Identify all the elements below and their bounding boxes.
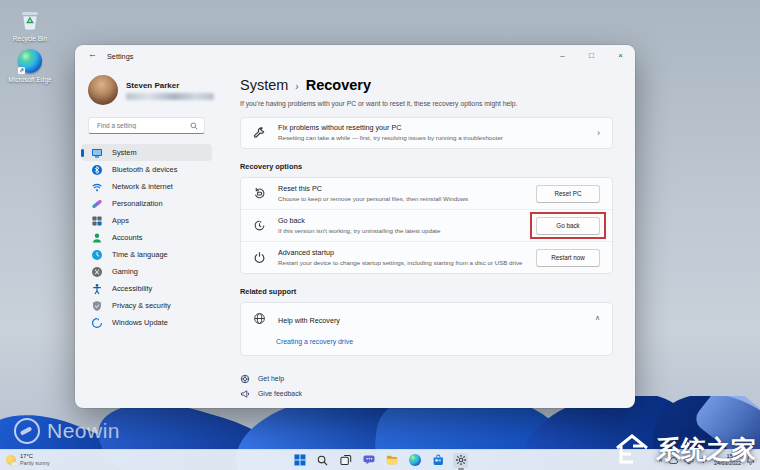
- weather-temp: 17°C: [20, 453, 50, 460]
- desktop-icon-label: Recycle Bin: [2, 35, 58, 43]
- sidebar-item-label: Personalization: [112, 199, 163, 208]
- edge-taskbar-icon[interactable]: [407, 453, 422, 468]
- sidebar: Steven Parker System Bluetooth & devices: [75, 67, 218, 408]
- sidebar-item-time-language[interactable]: Time & language: [81, 246, 212, 263]
- task-view-icon[interactable]: [338, 453, 353, 468]
- minimize-button[interactable]: –: [548, 45, 577, 66]
- sidebar-nav: System Bluetooth & devices Network & int…: [75, 140, 218, 335]
- xitongzhijia-watermark-text: 系统之家: [656, 433, 756, 466]
- recycle-bin-icon: [17, 7, 43, 33]
- recovery-options-heading: Recovery options: [240, 162, 613, 171]
- weather-condition: Partly sunny: [20, 460, 50, 466]
- globe-icon: [253, 312, 266, 325]
- titlebar[interactable]: ← Settings – □ ×: [75, 45, 635, 67]
- sidebar-item-label: Windows Update: [112, 318, 168, 327]
- page-title: Recovery: [306, 77, 371, 93]
- shortcut-arrow-icon: ↗: [18, 67, 25, 74]
- breadcrumb-parent[interactable]: System: [240, 77, 288, 93]
- page-subtitle: If you're having problems with your PC o…: [240, 100, 613, 107]
- chat-icon[interactable]: [361, 453, 376, 468]
- help-card-title: Help with Recovery: [278, 316, 340, 325]
- taskbar-center: [292, 450, 468, 470]
- sidebar-item-accessibility[interactable]: Accessibility: [81, 280, 212, 297]
- sidebar-item-label: Time & language: [112, 250, 168, 259]
- settings-taskbar-icon[interactable]: [453, 453, 468, 468]
- recovery-drive-link[interactable]: Creating a recovery drive: [241, 333, 612, 355]
- sidebar-item-label: Gaming: [112, 267, 138, 276]
- chevron-up-icon[interactable]: ∧: [595, 314, 600, 322]
- partly-sunny-icon: [6, 455, 16, 465]
- brush-icon: [91, 198, 103, 210]
- sidebar-item-label: Apps: [112, 216, 129, 225]
- store-icon[interactable]: [430, 453, 445, 468]
- fix-card-desc: Resetting can take a while — first, try …: [278, 134, 503, 142]
- reset-pc-row: Reset this PC Choose to keep or remove y…: [241, 178, 612, 209]
- breadcrumb: System › Recovery: [240, 77, 613, 93]
- chevron-right-icon: ›: [597, 128, 600, 138]
- sidebar-item-label: Bluetooth & devices: [112, 165, 177, 174]
- wifi-icon: [91, 181, 103, 193]
- clock-icon: [91, 249, 103, 261]
- search-taskbar-icon[interactable]: [315, 453, 330, 468]
- weather-widget[interactable]: 17°C Partly sunny: [6, 450, 50, 470]
- sidebar-item-apps[interactable]: Apps: [81, 212, 212, 229]
- sidebar-item-label: Network & internet: [112, 182, 173, 191]
- footer-link-label: Get help: [258, 375, 284, 382]
- footer-link-label: Give feedback: [258, 390, 302, 397]
- sidebar-item-windows-update[interactable]: Windows Update: [81, 314, 212, 331]
- maximize-button[interactable]: □: [577, 45, 606, 66]
- start-button[interactable]: [292, 453, 307, 468]
- go-back-row: Go back If this version isn't working, t…: [241, 209, 612, 241]
- row-title: Reset this PC: [278, 184, 468, 194]
- settings-window: ← Settings – □ × Steven Parker: [75, 45, 635, 408]
- system-icon: [91, 147, 103, 159]
- edge-icon: ↗: [17, 48, 43, 74]
- power-icon: [253, 251, 266, 264]
- get-help-link[interactable]: Get help: [240, 371, 613, 386]
- search-box[interactable]: [88, 117, 205, 134]
- file-explorer-icon[interactable]: [384, 453, 399, 468]
- search-input[interactable]: [95, 121, 190, 130]
- advanced-startup-row: Advanced startup Restart your device to …: [241, 241, 612, 273]
- desktop-icon-edge[interactable]: ↗ Microsoft Edge: [2, 48, 58, 84]
- megaphone-icon: [240, 389, 250, 399]
- user-profile[interactable]: Steven Parker: [75, 69, 218, 109]
- search-icon: [190, 122, 198, 130]
- sidebar-item-gaming[interactable]: Gaming: [81, 263, 212, 280]
- row-title: Advanced startup: [278, 248, 523, 258]
- reset-pc-icon: [253, 187, 266, 200]
- row-title: Go back: [278, 216, 440, 226]
- sidebar-item-privacy[interactable]: Privacy & security: [81, 297, 212, 314]
- back-arrow-icon[interactable]: ←: [88, 49, 97, 59]
- go-back-button[interactable]: Go back: [536, 217, 600, 235]
- window-title: Settings: [107, 52, 133, 61]
- footer-links: Get help Give feedback: [240, 371, 613, 401]
- desktop-icon-recycle-bin[interactable]: Recycle Bin: [2, 7, 58, 43]
- person-icon: [91, 232, 103, 244]
- breadcrumb-separator: ›: [295, 81, 298, 92]
- neowin-watermark: Neowin: [14, 418, 120, 444]
- update-arrows-icon: [91, 317, 103, 329]
- give-feedback-link[interactable]: Give feedback: [240, 386, 613, 401]
- fix-card-title: Fix problems without resetting your PC: [278, 123, 503, 133]
- sidebar-item-system[interactable]: System: [81, 144, 212, 161]
- apps-grid-icon: [91, 215, 103, 227]
- sidebar-item-accounts[interactable]: Accounts: [81, 229, 212, 246]
- row-desc: If this version isn't working, try unins…: [278, 227, 440, 235]
- close-button[interactable]: ×: [606, 45, 635, 66]
- sidebar-item-label: Privacy & security: [112, 301, 171, 310]
- xitongzhijia-logo-icon: [613, 432, 651, 466]
- accessibility-person-icon: [91, 283, 103, 295]
- neowin-logo-icon: [14, 418, 40, 444]
- lifebuoy-icon: [240, 374, 250, 384]
- help-card: Help with Recovery ∧ Creating a recovery…: [240, 302, 613, 356]
- reset-pc-button[interactable]: Reset PC: [536, 185, 600, 203]
- sidebar-item-bluetooth[interactable]: Bluetooth & devices: [81, 161, 212, 178]
- fix-problems-card[interactable]: Fix problems without resetting your PC R…: [240, 117, 613, 149]
- sidebar-item-personalization[interactable]: Personalization: [81, 195, 212, 212]
- help-with-recovery-row[interactable]: Help with Recovery ∧: [241, 303, 612, 333]
- neowin-watermark-text: Neowin: [47, 419, 120, 443]
- row-desc: Choose to keep or remove your personal f…: [278, 195, 468, 203]
- sidebar-item-network[interactable]: Network & internet: [81, 178, 212, 195]
- restart-now-button[interactable]: Restart now: [536, 249, 600, 267]
